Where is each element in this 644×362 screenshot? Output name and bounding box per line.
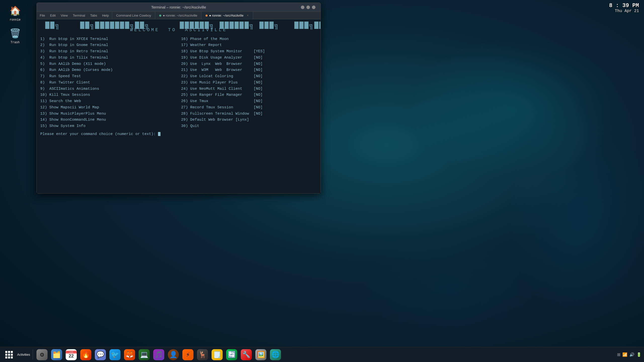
tab-command-line-cowboy[interactable]: Command Line Cowboy xyxy=(112,12,155,19)
clock-time: 8 : 39 PM xyxy=(609,3,639,9)
taskbar-sync[interactable]: 🔄 xyxy=(225,348,238,361)
toolbox-icon: 🔧 xyxy=(241,349,252,360)
menu-item-14: 14) Show RoonCommandLine Menu xyxy=(40,117,176,123)
taskbar-firefox[interactable]: 🦊 xyxy=(123,348,136,361)
taskbar-calendar[interactable]: JUN 22 xyxy=(65,348,78,361)
menu-item-22: 22) Use Lolcat Coloring [NO] xyxy=(181,73,317,80)
notes-icon: 🗒️ xyxy=(212,349,223,360)
clock: 8 : 39 PM Thu Apr 21 xyxy=(609,3,639,13)
desktop-icon-home[interactable]: 🏠 ronnie xyxy=(5,5,25,22)
menu-item-12: 12) Show Mapscii World Map xyxy=(40,105,176,111)
taskbar-photos[interactable]: 🖼️ xyxy=(254,348,267,361)
tab-dot-1 xyxy=(159,15,161,17)
menu-file[interactable]: File xyxy=(40,14,45,17)
menu-item-25: 25) Use Ranger File Manager [NO] xyxy=(181,92,317,98)
terminal-tabs: File Edit View Terminal Tabs Help Comman… xyxy=(37,12,320,19)
tab-dot-2 xyxy=(206,15,208,17)
menu-item-8: 8) Run Twitter Client xyxy=(40,80,176,86)
settings-icon: ⚙️ xyxy=(36,349,48,360)
tab-ronnie-1[interactable]: ● ronnie: ~/src/Asciiville xyxy=(155,12,202,19)
window-btn-1[interactable] xyxy=(301,6,304,9)
menu-item-10: 10) Kill Tmux Sessions xyxy=(40,92,176,98)
taskbar-sep-1 xyxy=(33,350,33,360)
menu-edit[interactable]: Edit xyxy=(50,14,56,17)
menu-item-19: 19) Use Disk Usage Analyzer [NO] xyxy=(181,55,317,61)
taskbar-flame[interactable]: 🔥 xyxy=(79,348,92,361)
terminal-window: Terminal – ronnie: ~/src/Asciiville File… xyxy=(36,3,321,194)
menu-item-26: 26) Use Tmux [NO] xyxy=(181,98,317,105)
terminal-prompt[interactable]: Please enter your command choice (numeri… xyxy=(40,132,317,136)
menu-item-21: 21) Use W3M Web Browser [NO] xyxy=(181,67,317,73)
tab-ronnie-2[interactable]: ● ronnie: ~/src/Asciiville ✕ xyxy=(202,12,253,19)
photos-icon: 🖼️ xyxy=(255,349,266,360)
globe-icon: 🌐 xyxy=(270,349,281,360)
ascii-title: ██╗ ██╗███████╗██╗ ██████╗ ██████╗ ███╗ … xyxy=(40,22,317,33)
taskbar-toolbox[interactable]: 🔧 xyxy=(240,348,253,361)
taskbar-twitter[interactable]: 🐦 xyxy=(108,348,122,361)
prompt-text: Please enter your command choice (numeri… xyxy=(40,132,158,136)
taskbar-notes[interactable]: 🗒️ xyxy=(211,348,224,361)
menu-terminal[interactable]: Terminal xyxy=(73,14,85,17)
taskbar-battery-icon[interactable]: 🔋 xyxy=(636,352,641,357)
menu-item-16: 16) Phase of the Moon xyxy=(181,36,317,42)
taskbar-xmr[interactable]: ⚡ xyxy=(181,348,194,361)
menu-item-27: 27) Record Tmux Session [NO] xyxy=(181,105,317,111)
activities-label: Activities xyxy=(17,353,30,356)
menu-item-15: 15) Show System Info xyxy=(40,123,176,129)
menu-item-20: 20) Use Lynx Web Browser [NO] xyxy=(181,61,317,67)
firefox-icon: 🦊 xyxy=(124,349,135,360)
menu-item-3: 3) Run btop in Retro Terminal xyxy=(40,49,176,55)
deer-icon: 🦌 xyxy=(197,349,208,360)
taskbar-network-icon[interactable]: 📶 xyxy=(622,352,627,357)
taskbar-app-grid[interactable] xyxy=(3,348,16,361)
menu-item-17: 17) Weather Report xyxy=(181,42,317,49)
app-grid-icon xyxy=(5,351,13,358)
desktop-icon-trash[interactable]: 🗑️ Trash xyxy=(5,28,25,44)
taskbar: Activities ⚙️ 🗂️ JUN 22 🔥 💬 🐦 xyxy=(0,347,644,362)
terminal-titlebar: Terminal – ronnie: ~/src/Asciiville xyxy=(37,3,320,12)
taskbar-settings[interactable]: ⚙️ xyxy=(35,348,49,361)
taskbar-user[interactable]: 👤 xyxy=(167,348,180,361)
menu-item-11: 11) Search the Web xyxy=(40,98,176,105)
taskbar-terminal[interactable]: 💻 xyxy=(138,348,151,361)
taskbar-globe[interactable]: 🌐 xyxy=(269,348,282,361)
menu-grid: 1) Run btop in XFCE4 Terminal 2) Run bto… xyxy=(40,36,317,129)
menu-item-4: 4) Run btop in Tilix Terminal xyxy=(40,55,176,61)
menu-view[interactable]: View xyxy=(61,14,68,17)
menu-tabs[interactable]: Tabs xyxy=(90,14,97,17)
taskbar-activities[interactable]: Activities xyxy=(17,348,30,361)
home-icon: 🏠 xyxy=(9,5,21,17)
window-btn-3[interactable] xyxy=(312,6,315,9)
taskbar-discord[interactable]: 💬 xyxy=(94,348,107,361)
taskbar-audio-icon[interactable]: 🔊 xyxy=(629,352,634,357)
terminal-title: Terminal – ronnie: ~/src/Asciiville xyxy=(151,5,206,9)
discord-icon: 💬 xyxy=(95,349,106,360)
taskbar-finder[interactable]: 🗂️ xyxy=(50,348,63,361)
trash-icon: 🗑️ xyxy=(9,28,21,40)
clock-date: Thu Apr 21 xyxy=(609,9,639,13)
menu-help[interactable]: Help xyxy=(102,14,109,17)
terminal-content[interactable]: ██╗ ██╗███████╗██╗ ██████╗ ██████╗ ███╗ … xyxy=(37,19,320,193)
menu-item-9: 9) ASCIImatics Animations xyxy=(40,86,176,92)
menu-item-2: 2) Run btop in Gnome Terminal xyxy=(40,42,176,49)
twitter-icon: 🐦 xyxy=(109,349,120,360)
tab-close-2[interactable]: ✕ xyxy=(247,14,249,17)
desktop: 8 : 39 PM Thu Apr 21 🏠 ronnie 🗑️ Trash T… xyxy=(0,0,644,362)
taskbar-music[interactable]: 🎵 xyxy=(152,348,165,361)
terminal-icon: 💻 xyxy=(139,349,150,360)
cursor xyxy=(158,132,160,136)
music-icon: 🎵 xyxy=(153,349,164,360)
menu-item-24: 24) Use NeoMutt Mail Client [NO] xyxy=(181,86,317,92)
user-icon: 👤 xyxy=(168,349,179,360)
menu-item-5: 5) Run AAlib Demo (X11 mode) xyxy=(40,61,176,67)
menu-item-29: 29) Default Web Browser [Lynx] xyxy=(181,117,317,123)
taskbar-grid-icon[interactable]: ⊞ xyxy=(617,352,620,357)
taskbar-deer[interactable]: 🦌 xyxy=(196,348,209,361)
window-buttons xyxy=(301,6,315,9)
menu-item-30: 30) Quit xyxy=(181,123,317,129)
menu-item-13: 13) Show MusicPlayerPlus Menu xyxy=(40,111,176,117)
menu-item-1: 1) Run btop in XFCE4 Terminal xyxy=(40,36,176,42)
menu-item-7: 7) Run Speed Test xyxy=(40,73,176,80)
tab-label-1: ● ronnie: ~/src/Asciiville xyxy=(163,14,197,17)
window-btn-2[interactable] xyxy=(306,6,310,9)
